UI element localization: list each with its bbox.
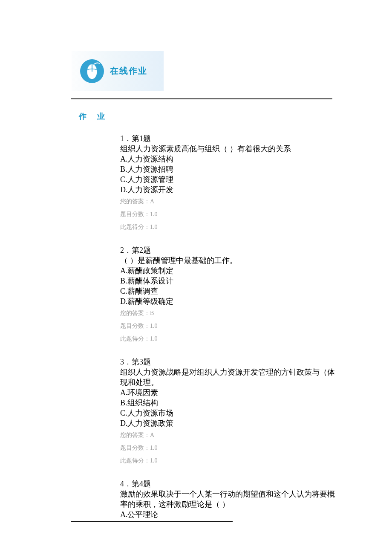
points-line: 题目分数：1.0 (120, 442, 337, 454)
answer-label: 您的答案： (120, 310, 150, 316)
answer-line: 您的答案：A (120, 196, 337, 208)
question-option: D.人力资源开发 (120, 185, 337, 195)
question-option: C.人力资源管理 (120, 174, 337, 185)
points-label: 题目分数： (120, 323, 150, 329)
question-prompt: 组织人力资源战略是对组织人力资源开发管理的方针政策与（体现和处理。 (120, 367, 337, 387)
answer-label: 您的答案： (120, 432, 150, 438)
question-option: B.组织结构 (120, 398, 337, 408)
score-line: 此题得分：1.0 (120, 221, 337, 233)
question-option: A.环境因素 (120, 387, 337, 398)
score-line: 此题得分：1.0 (120, 333, 337, 345)
question-prompt: 组织人力资源素质高低与组织（ ）有着很大的关系 (120, 144, 337, 154)
score-label: 此题得分： (120, 224, 150, 230)
answer-value: B (150, 310, 154, 316)
answer-label: 您的答案： (120, 198, 150, 205)
answer-line: 您的答案：B (120, 307, 337, 319)
points-value: 1.0 (150, 445, 158, 451)
question-option: D.人力资源政策 (120, 418, 337, 428)
points-line: 题目分数：1.0 (120, 208, 337, 220)
page-container: 在线作业 作 业 1．第1题 组织人力资源素质高低与组织（ ）有着很大的关系 A… (0, 51, 392, 555)
question-block: 4．第4题 激励的效果取决于一个人某一行动的期望值和这个人认为将要概率的乘积，这… (120, 479, 337, 520)
section-label: 作 业 (79, 111, 392, 121)
question-prompt: （ ）是薪酬管理中最基础的工作。 (120, 255, 337, 266)
points-label: 题目分数： (120, 445, 150, 451)
question-number: 1．第1题 (120, 133, 337, 144)
questions-list: 1．第1题 组织人力资源素质高低与组织（ ）有着很大的关系 A.人力资源结构 B… (120, 133, 337, 520)
question-option: C.薪酬调查 (120, 286, 337, 296)
question-option: D.薪酬等级确定 (120, 296, 337, 306)
answer-line: 您的答案：A (120, 429, 337, 441)
score-value: 1.0 (150, 335, 158, 342)
score-value: 1.0 (150, 224, 158, 230)
header-banner: 在线作业 (72, 51, 164, 91)
points-label: 题目分数： (120, 211, 150, 217)
top-divider (71, 98, 332, 99)
question-block: 1．第1题 组织人力资源素质高低与组织（ ）有着很大的关系 A.人力资源结构 B… (120, 133, 337, 233)
question-option: C.人力资源市场 (120, 408, 337, 418)
mouse-icon (79, 58, 105, 84)
question-number: 2．第2题 (120, 245, 337, 255)
score-line: 此题得分：1.0 (120, 455, 337, 467)
bottom-divider (71, 521, 233, 522)
question-option: B.薪酬体系设计 (120, 276, 337, 286)
points-value: 1.0 (150, 211, 158, 217)
score-value: 1.0 (150, 457, 158, 464)
question-block: 3．第3题 组织人力资源战略是对组织人力资源开发管理的方针政策与（体现和处理。 … (120, 357, 337, 467)
answer-value: A (150, 198, 154, 205)
question-option: A.人力资源结构 (120, 154, 337, 164)
score-label: 此题得分： (120, 457, 150, 464)
points-line: 题目分数：1.0 (120, 320, 337, 332)
question-number: 4．第4题 (120, 479, 337, 489)
question-option: B.人力资源招聘 (120, 164, 337, 174)
answer-value: A (150, 432, 154, 438)
points-value: 1.0 (150, 323, 158, 329)
question-number: 3．第3题 (120, 357, 337, 367)
header-title: 在线作业 (110, 65, 147, 77)
score-label: 此题得分： (120, 335, 150, 342)
question-block: 2．第2题 （ ）是薪酬管理中最基础的工作。 A.薪酬政策制定 B.薪酬体系设计… (120, 245, 337, 345)
question-option: A.薪酬政策制定 (120, 266, 337, 276)
question-prompt: 激励的效果取决于一个人某一行动的期望值和这个人认为将要概率的乘积，这种激励理论是… (120, 489, 337, 509)
question-option: A.公平理论 (120, 509, 337, 520)
